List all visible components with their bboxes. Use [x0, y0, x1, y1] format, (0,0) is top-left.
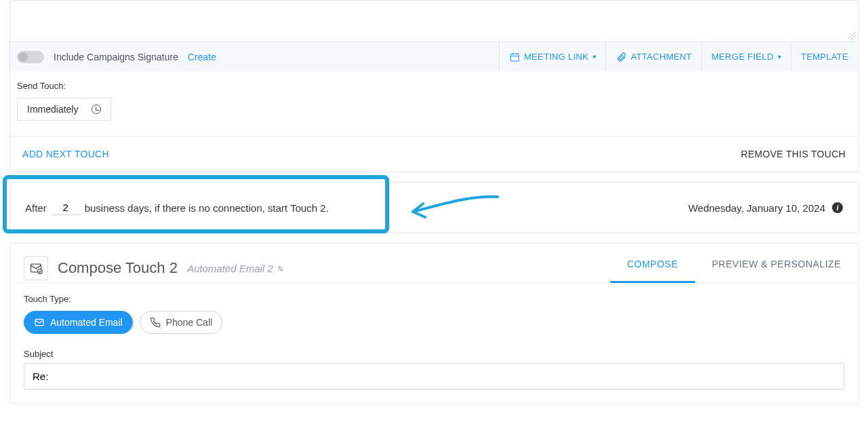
timing-suffix: business days, if there is no connection… [85, 202, 329, 214]
subject-input[interactable] [24, 363, 844, 390]
include-signature-label: Include Campaigns Signature [54, 52, 178, 62]
touch-type-automated-label: Automated Email [50, 317, 123, 328]
meeting-link-label: MEETING LINK [524, 52, 589, 62]
resize-handle-icon[interactable] [848, 32, 856, 40]
chevron-down-icon: ▾ [778, 53, 781, 60]
clock-icon [92, 105, 101, 114]
attachment-icon [616, 52, 627, 62]
attachment-label: ATTACHMENT [631, 52, 692, 62]
touch-editor-panel: Include Campaigns Signature Create MEETI… [9, 0, 859, 172]
email-icon [34, 317, 45, 328]
add-next-touch-button[interactable]: ADD NEXT TOUCH [22, 149, 109, 159]
touch-type-automated-email[interactable]: Automated Email [24, 311, 133, 334]
send-touch-label: Send Touch: [17, 81, 851, 91]
merge-field-label: MERGE FIELD [711, 52, 773, 62]
timing-prefix: After [25, 202, 47, 214]
touch-type-phone-label: Phone Call [166, 317, 213, 328]
template-label: TEMPLATE [801, 52, 848, 62]
pencil-icon[interactable]: ✎ [276, 264, 283, 274]
subject-label: Subject [24, 349, 844, 359]
merge-field-button[interactable]: MERGE FIELD ▾ [701, 42, 791, 71]
meeting-link-button[interactable]: MEETING LINK ▾ [499, 42, 606, 71]
compose-subtitle: Automated Email 2 [187, 263, 273, 274]
attachment-button[interactable]: ATTACHMENT [606, 42, 701, 71]
email-body-editor[interactable] [10, 1, 858, 41]
phone-icon [150, 317, 161, 328]
tab-preview-personalize[interactable]: PREVIEW & PERSONALIZE [709, 253, 844, 283]
timing-date: Wednesday, January 10, 2024 [688, 202, 825, 214]
arrow-annotation-icon [403, 190, 505, 224]
compose-touch-panel: Compose Touch 2 Automated Email 2 ✎ COMP… [9, 243, 859, 404]
include-signature-toggle[interactable] [17, 51, 44, 63]
svg-rect-0 [511, 54, 519, 61]
automated-email-icon [24, 256, 48, 280]
remove-this-touch-button[interactable]: REMOVE THIS TOUCH [741, 149, 846, 159]
touch-type-label: Touch Type: [24, 294, 844, 304]
timing-days-input[interactable] [52, 200, 79, 215]
touch-type-phone-call[interactable]: Phone Call [140, 311, 223, 334]
chevron-down-icon: ▾ [593, 53, 596, 60]
compose-title: Compose Touch 2 [58, 259, 178, 277]
info-icon[interactable]: i [832, 202, 843, 213]
editor-toolbar: Include Campaigns Signature Create MEETI… [10, 41, 858, 71]
send-touch-value: Immediately [27, 104, 78, 115]
template-button[interactable]: TEMPLATE [791, 42, 858, 71]
calendar-icon [509, 52, 520, 62]
tab-compose[interactable]: COMPOSE [624, 253, 682, 283]
create-signature-link[interactable]: Create [188, 52, 216, 62]
send-touch-selector[interactable]: Immediately [17, 98, 111, 121]
